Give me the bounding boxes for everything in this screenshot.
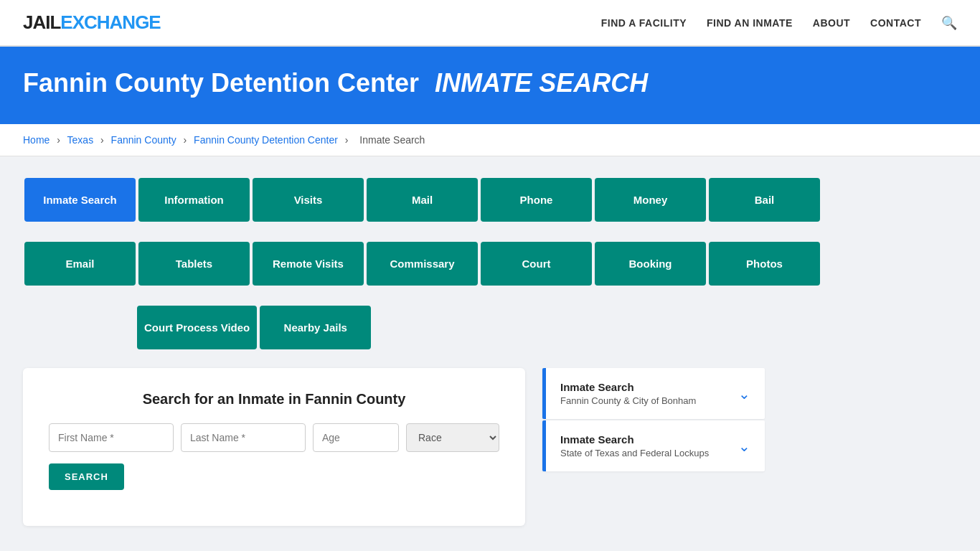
tab-court[interactable]: Court: [481, 242, 592, 286]
nav-links: FIND A FACILITY FIND AN INMATE ABOUT CON…: [601, 15, 957, 31]
tab-email[interactable]: Email: [24, 242, 136, 286]
hero-banner: Fannin County Detention Center INMATE SE…: [0, 47, 980, 124]
logo-exchange: EXCHANGE: [60, 11, 160, 33]
breadcrumb-county[interactable]: Fannin County: [111, 134, 176, 146]
nav-find-facility[interactable]: FIND A FACILITY: [601, 17, 687, 29]
sidebar-item-title-1: Inmate Search: [560, 381, 696, 393]
tab-bail[interactable]: Bail: [709, 178, 820, 222]
breadcrumb-sep-2: ›: [100, 134, 104, 146]
sidebar: Inmate Search Fannin County & City of Bo…: [542, 368, 765, 471]
tab-tablets[interactable]: Tablets: [138, 242, 250, 286]
tab-court-process-video[interactable]: Court Process Video: [137, 306, 257, 349]
hero-facility-name: Fannin County Detention Center: [23, 68, 419, 98]
search-button[interactable]: SEARCH: [49, 463, 124, 490]
tabs-row2: Email Tablets Remote Visits Commissary C…: [23, 240, 957, 287]
sidebar-item-sub-1: Fannin County & City of Bonham: [560, 395, 696, 406]
sidebar-item-title-2: Inmate Search: [560, 433, 709, 446]
first-name-input[interactable]: [49, 423, 174, 452]
tab-commissary[interactable]: Commissary: [367, 242, 478, 286]
tab-booking[interactable]: Booking: [595, 242, 706, 286]
tabs-row1: Inmate Search Information Visits Mail Ph…: [23, 176, 957, 223]
tab-money[interactable]: Money: [595, 178, 706, 222]
breadcrumb-home[interactable]: Home: [23, 134, 50, 146]
hero-title: Fannin County Detention Center INMATE SE…: [23, 68, 957, 98]
age-input[interactable]: [313, 423, 399, 452]
hero-subtitle: INMATE SEARCH: [435, 68, 648, 98]
search-inputs: Race White Black Hispanic Asian Other: [49, 423, 499, 452]
breadcrumb-current: Inmate Search: [359, 134, 425, 146]
chevron-down-icon-2: ⌄: [738, 438, 750, 455]
race-select[interactable]: Race White Black Hispanic Asian Other: [406, 423, 499, 452]
logo-jail: JAIL: [23, 11, 60, 33]
breadcrumb-sep-1: ›: [57, 134, 60, 146]
chevron-down-icon-1: ⌄: [738, 385, 750, 402]
logo[interactable]: JAILEXCHANGE: [23, 11, 161, 34]
search-heading: Search for an Inmate in Fannin County: [49, 391, 499, 408]
breadcrumb-sep-4: ›: [345, 134, 349, 146]
tab-inmate-search[interactable]: Inmate Search: [24, 178, 136, 222]
tab-remote-visits[interactable]: Remote Visits: [253, 242, 364, 286]
tab-mail[interactable]: Mail: [367, 178, 478, 222]
breadcrumb-sep-3: ›: [184, 134, 187, 146]
sidebar-item-text-1: Inmate Search Fannin County & City of Bo…: [560, 381, 696, 406]
breadcrumb-facility[interactable]: Fannin County Detention Center: [194, 134, 338, 146]
tab-information[interactable]: Information: [138, 178, 250, 222]
nav-about[interactable]: ABOUT: [813, 17, 850, 29]
tabs-row3: Court Process Video Nearby Jails: [136, 304, 957, 351]
sidebar-inmate-search-county[interactable]: Inmate Search Fannin County & City of Bo…: [542, 368, 765, 419]
breadcrumb: Home › Texas › Fannin County › Fannin Co…: [0, 124, 980, 156]
tab-photos[interactable]: Photos: [709, 242, 820, 286]
navbar: JAILEXCHANGE FIND A FACILITY FIND AN INM…: [0, 0, 980, 47]
content-area: Search for an Inmate in Fannin County Ra…: [23, 368, 957, 526]
breadcrumb-texas[interactable]: Texas: [67, 134, 94, 146]
sidebar-item-text-2: Inmate Search State of Texas and Federal…: [560, 433, 709, 458]
sidebar-item-sub-2: State of Texas and Federal Lockups: [560, 448, 709, 458]
sidebar-inmate-search-state[interactable]: Inmate Search State of Texas and Federal…: [542, 420, 765, 471]
nav-find-inmate[interactable]: FIND AN INMATE: [707, 17, 793, 29]
tab-visits[interactable]: Visits: [253, 178, 364, 222]
main-wrapper: Inmate Search Information Visits Mail Ph…: [0, 156, 980, 546]
tab-nearby-jails[interactable]: Nearby Jails: [260, 306, 371, 349]
last-name-input[interactable]: [181, 423, 306, 452]
search-icon-button[interactable]: 🔍: [941, 15, 957, 31]
search-box: Search for an Inmate in Fannin County Ra…: [23, 368, 525, 526]
nav-contact[interactable]: CONTACT: [870, 17, 921, 29]
tab-phone[interactable]: Phone: [481, 178, 592, 222]
